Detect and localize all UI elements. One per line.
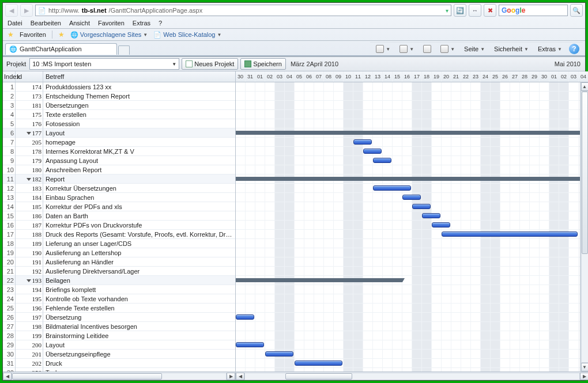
- day-header-cell: 17: [412, 71, 422, 82]
- print-button[interactable]: ▼: [438, 44, 457, 54]
- day-header-cell: 28: [520, 71, 530, 82]
- task-bar[interactable]: [422, 213, 440, 218]
- day-header-cell: 12: [363, 71, 373, 82]
- neues-projekt-button[interactable]: Neues Projekt: [182, 58, 238, 70]
- col-header-id[interactable]: Id: [16, 71, 43, 82]
- day-header-cell: 02: [265, 71, 275, 82]
- menu-bar: Datei Bearbeiten Ansicht Favoriten Extra…: [3, 18, 585, 29]
- refresh-button[interactable]: 🔄: [454, 4, 466, 17]
- url-prefix: http://www.: [48, 7, 80, 14]
- menu-help[interactable]: ?: [159, 20, 162, 26]
- globe-icon: 🌐: [70, 31, 78, 39]
- help-button[interactable]: ?: [569, 44, 579, 54]
- scroll-up-icon[interactable]: ▲: [581, 82, 589, 91]
- url-bar[interactable]: 📄 http://www.tb-sl.net/GanttChartApplica…: [35, 5, 451, 16]
- feeds-button[interactable]: ▼: [397, 44, 416, 54]
- menu-bearbeiten[interactable]: Bearbeiten: [31, 20, 61, 26]
- day-header-cell: 02: [559, 71, 569, 82]
- browser-tab[interactable]: 🌐 GanttChartApplication: [5, 43, 117, 55]
- day-header-cell: 16: [402, 71, 412, 82]
- task-bar[interactable]: [432, 222, 450, 227]
- menu-datei[interactable]: Datei: [7, 20, 22, 26]
- feed-icon: [399, 45, 408, 53]
- search-go-button[interactable]: 🔍: [570, 4, 583, 17]
- task-bar[interactable]: [442, 232, 578, 237]
- task-bar[interactable]: [373, 185, 411, 191]
- summary-bar[interactable]: [236, 131, 588, 135]
- menu-favoriten[interactable]: Favoriten: [98, 20, 125, 26]
- favorites-label[interactable]: Favoriten: [20, 31, 46, 38]
- scroll-right-icon[interactable]: ▶: [227, 373, 235, 380]
- summary-bar[interactable]: [236, 278, 402, 282]
- task-bar[interactable]: [373, 158, 391, 163]
- fav-webslice[interactable]: 📄 Web Slice-Katalog ▼: [153, 31, 221, 39]
- cell-betreff: Task: [43, 366, 235, 372]
- star-icon[interactable]: ★: [7, 31, 14, 39]
- task-bar[interactable]: [236, 342, 264, 347]
- projekt-value: 10 :MS Import testen: [32, 60, 91, 67]
- scroll-left-icon[interactable]: ◀: [236, 373, 244, 380]
- back-button[interactable]: ◀: [5, 4, 18, 17]
- day-header-cell: 01: [549, 71, 559, 82]
- day-header-cell: 29: [530, 71, 540, 82]
- day-header-cell: 30: [540, 71, 549, 82]
- url-path: /GanttChartApplicationPage.aspx: [109, 7, 203, 14]
- task-bar[interactable]: [265, 351, 293, 357]
- day-header-cell: 14: [383, 71, 393, 82]
- task-bar[interactable]: [353, 139, 372, 145]
- gantt-vscroll[interactable]: ▲ ▼: [580, 82, 588, 371]
- new-icon: [186, 60, 193, 67]
- page-menu[interactable]: Seite▼: [462, 45, 487, 53]
- day-header-cell: 03: [275, 71, 285, 82]
- menu-extras[interactable]: Extras: [133, 20, 150, 26]
- day-header-cell: 03: [569, 71, 579, 82]
- safety-menu[interactable]: Sicherheit▼: [492, 45, 531, 53]
- slice-icon: 📄: [153, 31, 161, 39]
- fav-star-icon: ★: [58, 31, 65, 39]
- day-header-cell: 01: [255, 71, 265, 82]
- url-host: tb-sl.net: [82, 7, 107, 14]
- mail-icon: [423, 45, 431, 53]
- summary-bar[interactable]: [236, 177, 588, 181]
- day-header-cell: 15: [393, 71, 402, 82]
- new-tab-button[interactable]: [118, 45, 130, 55]
- day-header-cell: 19: [432, 71, 442, 82]
- forward-button[interactable]: ▶: [20, 4, 33, 17]
- menu-ansicht[interactable]: Ansicht: [69, 20, 90, 26]
- task-bar[interactable]: [295, 361, 342, 366]
- col-header-index[interactable]: Index: [3, 71, 16, 82]
- projekt-select[interactable]: 10 :MS Import testen ▼: [29, 58, 179, 70]
- task-bar[interactable]: [236, 314, 254, 320]
- scroll-right-icon[interactable]: ▶: [580, 373, 588, 380]
- grid-hscroll[interactable]: ◀ ▶: [3, 371, 235, 380]
- day-header-cell: 04: [579, 71, 588, 82]
- x-button[interactable]: ✖: [484, 4, 496, 17]
- col-header-betreff[interactable]: Betreff: [43, 71, 235, 82]
- day-header-cell: 09: [334, 71, 344, 82]
- task-bar[interactable]: [412, 204, 431, 209]
- speichern-button[interactable]: Speichern: [240, 58, 286, 70]
- gantt-hscroll[interactable]: ◀ ▶: [236, 371, 588, 380]
- fav-suggested-sites[interactable]: 🌐 Vorgeschlagene Sites ▼: [70, 31, 148, 39]
- task-bar[interactable]: [363, 149, 382, 154]
- home-button[interactable]: ▼: [374, 44, 393, 54]
- day-header-cell: 26: [500, 71, 510, 82]
- search-box[interactable]: Google: [499, 5, 568, 16]
- task-grid: Index Id Betreff 1174Produktdossiers 123…: [3, 71, 236, 380]
- stop-button[interactable]: ↔: [469, 4, 481, 17]
- day-header-cell: 22: [461, 71, 471, 82]
- google-icon: Google: [502, 6, 525, 14]
- day-header-cell: 07: [314, 71, 324, 82]
- day-header-cell: 13: [373, 71, 383, 82]
- task-bar[interactable]: [402, 195, 421, 200]
- page-icon: 📄: [38, 7, 46, 14]
- extras-menu[interactable]: Extras▼: [536, 45, 564, 53]
- scroll-left-icon[interactable]: ◀: [3, 373, 12, 380]
- grid-header: Index Id Betreff: [3, 71, 235, 82]
- day-header-cell: 10: [344, 71, 353, 82]
- mail-button[interactable]: [421, 44, 434, 54]
- day-header-cell: 11: [353, 71, 363, 82]
- scroll-down-icon[interactable]: ▼: [581, 363, 589, 371]
- day-header-cell: 05: [295, 71, 304, 82]
- day-header-cell: 24: [481, 71, 491, 82]
